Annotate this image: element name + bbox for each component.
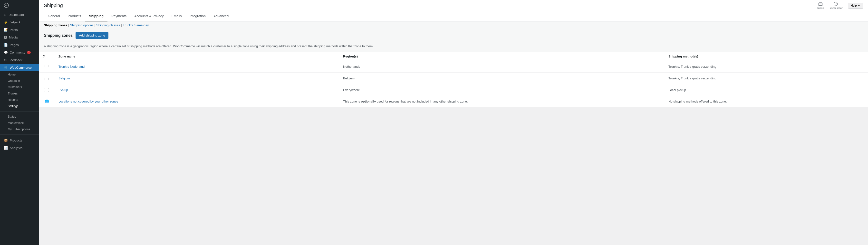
drag-handle-cell: ⋮⋮ bbox=[39, 73, 55, 84]
tab-payments[interactable]: Payments bbox=[107, 11, 130, 22]
zone-name-cell: Pickup bbox=[55, 84, 339, 96]
region-cell: This zone is optionally used for regions… bbox=[339, 96, 664, 107]
method-cell: Trunkrs, Trunkrs gratis verzending bbox=[664, 61, 868, 73]
table-row: ⋮⋮ Pickup Everywhere Local pickup bbox=[39, 84, 868, 96]
drag-handle-icon[interactable]: ⋮⋮ bbox=[43, 64, 51, 69]
main-content: Shipping Inbox Finish setup Help ▼ bbox=[39, 0, 868, 245]
method-cell: Trunkrs, Trunkrs gratis verzending bbox=[664, 73, 868, 84]
content-area: General Products Shipping Payments Accou… bbox=[39, 11, 868, 245]
sidebar-sub-item-home[interactable]: Home bbox=[0, 71, 39, 78]
feedback-icon: ✉ bbox=[4, 58, 7, 62]
tab-products[interactable]: Products bbox=[64, 11, 85, 22]
table-header-zone-name: Zone name bbox=[55, 52, 339, 61]
region-cell: Netherlands bbox=[339, 61, 664, 73]
zone-link-belgium[interactable]: Belgium bbox=[59, 76, 70, 80]
method-cell: Local pickup bbox=[664, 84, 868, 96]
tab-integration[interactable]: Integration bbox=[186, 11, 210, 22]
wp-logo-icon: W bbox=[4, 3, 9, 8]
drag-handle-cell: ⋮⋮ bbox=[39, 84, 55, 96]
sidebar-item-analytics[interactable]: 📊 Analytics bbox=[0, 144, 39, 152]
woo-icon: 🛒 bbox=[4, 66, 8, 69]
tab-emails[interactable]: Emails bbox=[168, 11, 186, 22]
section-header: Shipping zones Add shipping zone bbox=[39, 29, 868, 42]
section-title: Shipping zones bbox=[44, 33, 73, 38]
zone-name-cell: Belgium bbox=[55, 73, 339, 84]
topbar: Shipping Inbox Finish setup Help ▼ bbox=[39, 0, 868, 11]
tab-general[interactable]: General bbox=[44, 11, 64, 22]
help-button[interactable]: Help ▼ bbox=[848, 3, 863, 8]
sidebar-sub-item-settings[interactable]: Settings bbox=[0, 103, 39, 109]
table-header-icon: ? bbox=[39, 52, 55, 61]
products-icon: 📦 bbox=[4, 139, 8, 142]
method-cell: No shipping methods offered to this zone… bbox=[664, 96, 868, 107]
table-row: ⋮⋮ Trunkrs Nederland Netherlands Trunkrs… bbox=[39, 61, 868, 73]
dashboard-icon: ⊞ bbox=[4, 13, 7, 16]
subnav-shipping-classes[interactable]: Shipping classes bbox=[96, 23, 120, 27]
tab-accounts-privacy[interactable]: Accounts & Privacy bbox=[130, 11, 168, 22]
table-header-regions: Region(s) bbox=[339, 52, 664, 61]
analytics-icon: 📊 bbox=[4, 146, 8, 150]
region-cell: Belgium bbox=[339, 73, 664, 84]
inbox-icon bbox=[818, 2, 823, 6]
sidebar-item-comments[interactable]: 💬 Comments 1 bbox=[0, 49, 39, 56]
tab-advanced[interactable]: Advanced bbox=[210, 11, 232, 22]
sidebar-sub-item-marketplace[interactable]: Marketplace bbox=[0, 120, 39, 126]
globe-icon-cell: 🌐 bbox=[39, 96, 55, 107]
region-cell: Everywhere bbox=[339, 84, 664, 96]
sidebar-item-feedback[interactable]: ✉ Feedback bbox=[0, 56, 39, 64]
drag-handle-icon[interactable]: ⋮⋮ bbox=[43, 76, 51, 81]
tabs-bar: General Products Shipping Payments Accou… bbox=[39, 11, 868, 22]
pages-icon: 📄 bbox=[4, 43, 8, 47]
sidebar-item-media[interactable]: 🖼 Media bbox=[0, 34, 39, 41]
zone-link-locations-not-covered[interactable]: Locations not covered by your other zone… bbox=[59, 100, 118, 103]
comments-icon: 💬 bbox=[4, 51, 8, 54]
table-row: ⋮⋮ Belgium Belgium Trunkrs, Trunkrs grat… bbox=[39, 73, 868, 84]
sidebar-item-pages[interactable]: 📄 Pages bbox=[0, 41, 39, 49]
drag-handle-cell: ⋮⋮ bbox=[39, 61, 55, 73]
inbox-button[interactable]: Inbox bbox=[817, 2, 824, 9]
add-shipping-zone-button[interactable]: Add shipping zone bbox=[75, 32, 108, 39]
finish-setup-button[interactable]: Finish setup bbox=[829, 2, 843, 9]
topbar-actions: Inbox Finish setup Help ▼ bbox=[817, 2, 863, 9]
sidebar-sub-item-reports[interactable]: Reports bbox=[0, 97, 39, 103]
zone-link-pickup[interactable]: Pickup bbox=[59, 88, 68, 92]
sub-nav-current: Shipping zones bbox=[44, 23, 67, 27]
sidebar-item-products[interactable]: 📦 Products bbox=[0, 137, 39, 144]
posts-icon: 📝 bbox=[4, 28, 8, 32]
orders-badge: 9 bbox=[18, 79, 20, 82]
finish-setup-icon bbox=[834, 2, 838, 6]
tab-shipping[interactable]: Shipping bbox=[85, 11, 107, 22]
sidebar-item-posts[interactable]: 📝 Posts bbox=[0, 26, 39, 34]
sub-navigation: Shipping zones | Shipping options | Ship… bbox=[39, 22, 868, 29]
question-icon: ? bbox=[43, 55, 45, 58]
sidebar-item-woocommerce[interactable]: 🛒 WooCommerce bbox=[0, 64, 39, 71]
sidebar-item-dashboard[interactable]: ⊞ Dashboard bbox=[0, 11, 39, 19]
subnav-trunkrs-same-day[interactable]: Trunkrs Same-day bbox=[123, 23, 149, 27]
sidebar: W ⊞ Dashboard ⚡ Jetpack 📝 Posts 🖼 Media … bbox=[0, 0, 39, 245]
media-icon: 🖼 bbox=[4, 36, 7, 39]
sidebar-sub-item-trunkrs[interactable]: Trunkrs bbox=[0, 90, 39, 97]
table-row: 🌐 Locations not covered by your other zo… bbox=[39, 96, 868, 107]
shipping-zones-table: ? Zone name Region(s) Shipping method(s)… bbox=[39, 52, 868, 107]
comments-badge: 1 bbox=[27, 51, 31, 54]
zone-name-cell: Trunkrs Nederland bbox=[55, 61, 339, 73]
sidebar-sub-item-my-subscriptions[interactable]: My Subscriptions bbox=[0, 126, 39, 133]
svg-text:W: W bbox=[5, 4, 7, 7]
drag-handle-icon[interactable]: ⋮⋮ bbox=[43, 88, 51, 92]
sidebar-item-jetpack[interactable]: ⚡ Jetpack bbox=[0, 19, 39, 26]
zone-link-trunkrs-nederland[interactable]: Trunkrs Nederland bbox=[59, 65, 85, 68]
shipping-description: A shipping zone is a geographic region w… bbox=[39, 42, 868, 52]
sidebar-sub-item-status[interactable]: Status bbox=[0, 113, 39, 120]
sidebar-sub-item-orders[interactable]: Orders 9 bbox=[0, 78, 39, 84]
jetpack-icon: ⚡ bbox=[4, 21, 8, 24]
subnav-shipping-options[interactable]: Shipping options bbox=[70, 23, 93, 27]
globe-icon: 🌐 bbox=[45, 99, 49, 103]
page-title: Shipping bbox=[44, 3, 63, 8]
sidebar-sub-item-customers[interactable]: Customers bbox=[0, 84, 39, 90]
zone-name-cell: Locations not covered by your other zone… bbox=[55, 96, 339, 107]
sidebar-logo: W bbox=[0, 0, 39, 11]
table-header-shipping-methods: Shipping method(s) bbox=[664, 52, 868, 61]
